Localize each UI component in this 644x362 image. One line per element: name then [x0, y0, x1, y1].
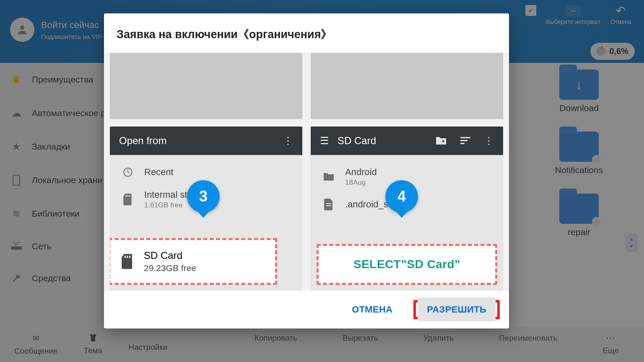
svg-rect-8 — [127, 256, 128, 258]
highlight-sd-option: SD Card 29.23GB free — [110, 238, 277, 285]
screenshot-placeholder — [311, 53, 503, 119]
instruction-step-4: ☰ SD Card ⋮ — [311, 53, 503, 291]
svg-rect-12 — [460, 143, 465, 144]
sd-icon — [121, 194, 135, 205]
file-icon — [322, 199, 336, 210]
dialog-allow-button[interactable]: РАЗРЕШИТЬ — [418, 297, 496, 321]
svg-rect-14 — [326, 205, 331, 206]
sort-icon — [460, 137, 470, 145]
dialog-cancel-button[interactable]: ОТМЕНА — [343, 297, 402, 322]
highlight-select-sd: SELECT"SD Card" — [317, 244, 497, 285]
open-from-card: Open from ⋮ Recent — [110, 127, 302, 291]
svg-rect-11 — [460, 140, 467, 141]
card-title: Open from — [119, 135, 166, 147]
svg-rect-4 — [126, 195, 127, 197]
svg-rect-10 — [460, 137, 470, 138]
overflow-icon: ⋮ — [484, 135, 494, 147]
instruction-step-3: Open from ⋮ Recent — [110, 53, 302, 291]
svg-rect-7 — [125, 256, 126, 258]
svg-rect-5 — [127, 195, 128, 197]
svg-rect-13 — [326, 203, 331, 204]
clock-icon — [121, 167, 135, 178]
sd-icon — [121, 254, 134, 269]
new-folder-icon — [435, 136, 447, 145]
overflow-icon: ⋮ — [283, 135, 293, 147]
step-pin-4: 4 — [385, 176, 418, 217]
dialog-title: Заявка на включении《органичения》 — [104, 13, 509, 53]
sd-card-card: ☰ SD Card ⋮ — [311, 127, 503, 291]
allow-button-highlight: РАЗРЕШИТЬ — [413, 300, 500, 319]
folder-icon — [322, 172, 336, 181]
card-title: SD Card — [338, 135, 376, 147]
screenshot-placeholder — [110, 53, 302, 119]
hamburger-icon: ☰ — [320, 135, 329, 147]
dialog-actions: ОТМЕНА РАЗРЕШИТЬ — [104, 291, 509, 328]
step-pin-3: 3 — [187, 176, 220, 217]
permission-dialog: Заявка на включении《органичения》 Open fr… — [104, 13, 509, 328]
svg-rect-6 — [129, 195, 130, 197]
dialog-body: Open from ⋮ Recent — [104, 53, 509, 291]
svg-rect-9 — [129, 256, 130, 258]
